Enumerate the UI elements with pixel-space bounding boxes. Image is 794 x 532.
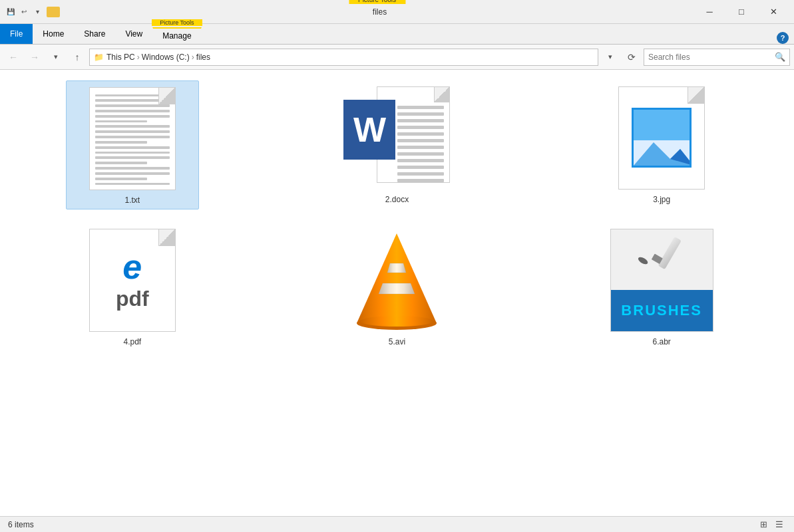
docx-line [397,172,444,176]
txt-icon-shape [89,87,176,190]
path-sep-2: › [192,53,194,62]
docx-line [397,152,444,156]
jpg-thumbnail [632,108,692,168]
docx-icon-shape: W [343,86,450,190]
maximize-button[interactable]: □ [726,0,757,24]
svg-marker-4 [387,263,406,273]
file-item-abr[interactable]: BRUSHES 6.abr [595,223,728,350]
txt-line [95,130,170,133]
file-label-txt: 1.txt [124,196,140,205]
docx-line [397,166,444,169]
tab-manage[interactable]: Manage [152,27,201,44]
window-title: files [373,7,387,17]
files-grid: 1.txt [13,80,781,350]
view-icons: ⊞ ☰ [757,518,786,531]
close-button[interactable]: ✕ [758,0,789,24]
dropdown-path-button[interactable]: ▾ [601,48,620,66]
svg-marker-3 [379,283,415,294]
vlc-cone-svg [350,230,443,330]
quick-access-icon: 💾 [5,7,16,17]
search-input[interactable] [648,53,772,62]
details-view-button[interactable]: ☰ [773,518,786,531]
jpg-mountain-svg [634,136,692,166]
tab-file[interactable]: File [0,24,33,44]
file-item-txt[interactable]: 1.txt [66,80,199,209]
svg-rect-9 [658,237,682,269]
docx-line [397,146,444,149]
file-icon-txt [79,85,186,192]
folder-icon [47,7,60,17]
file-label-pdf: 4.pdf [123,337,141,346]
path-this-pc: This PC [106,53,135,62]
file-label-docx: 2.docx [385,195,409,204]
txt-line [95,99,170,102]
ribbon-wrapper: File Home Share View Picture Tools Manag… [0,24,794,45]
path-windows-c: Windows (C:) [142,53,190,62]
forward-button[interactable]: → [25,48,44,66]
up-button[interactable]: ↑ [68,48,87,66]
path-sep-1: › [137,53,140,62]
txt-line [95,162,147,164]
svg-point-11 [637,256,649,266]
docx-line [397,106,444,109]
txt-line [95,136,170,138]
tab-home[interactable]: Home [33,24,74,44]
file-item-jpg[interactable]: 3.jpg [595,80,728,209]
file-icon-jpg [608,84,715,191]
docx-line [397,112,444,116]
content-area: 1.txt [0,70,794,516]
txt-line [95,167,170,170]
file-label-abr: 6.abr [652,337,670,346]
help-button[interactable]: ? [777,32,789,44]
svg-point-6 [360,316,433,327]
picture-tools-ribbon-label: Picture Tools [152,19,202,26]
back-button[interactable]: ← [4,48,23,66]
minimize-button[interactable]: ─ [694,0,725,24]
txt-line [95,115,170,118]
file-label-jpg: 3.jpg [653,195,670,204]
docx-line [397,126,444,129]
file-item-docx[interactable]: W 2.docx [330,80,463,209]
dropdown-icon: ▾ [32,7,43,17]
docx-line [397,119,444,122]
pdf-inner: e pdf [116,249,149,311]
txt-line [95,120,147,123]
large-icons-view-button[interactable]: ⊞ [757,518,770,531]
docx-lines [397,106,444,182]
file-icon-avi [343,227,450,333]
window-controls: ─ □ ✕ [694,0,789,24]
txt-line [95,94,170,97]
title-bar: 💾 ↩ ▾ Picture Tools files ─ □ ✕ [0,0,794,24]
undo-icon: ↩ [19,7,29,17]
jpg-icon-shape [618,86,705,190]
txt-line [95,146,170,149]
pdf-icon-shape: e pdf [89,229,176,332]
tab-share[interactable]: Share [74,24,115,44]
abr-icon-shape: BRUSHES [610,229,713,332]
word-badge: W [343,100,395,160]
abr-top [611,229,713,291]
folder-path-icon: 📁 [94,53,104,62]
paintbrush-svg [628,236,695,283]
picture-tools-label: Picture Tools [349,0,405,4]
file-icon-pdf: e pdf [79,227,186,333]
txt-line [95,152,170,154]
txt-line [95,110,170,112]
item-count: 6 items [8,520,34,529]
status-bar: 6 items ⊞ ☰ [0,516,794,532]
txt-line [95,156,170,159]
file-item-avi[interactable]: 5.avi [330,223,463,350]
edge-icon: e [122,249,142,284]
search-box[interactable]: 🔍 [644,49,790,66]
recent-locations-button[interactable]: ▾ [47,48,65,66]
docx-line [397,139,444,142]
docx-line [397,179,444,182]
txt-line [95,141,147,144]
txt-line [95,104,170,107]
refresh-button[interactable]: ⟳ [622,48,641,66]
title-bar-icons: 💾 ↩ ▾ [5,7,43,17]
tab-view[interactable]: View [115,24,152,44]
file-item-pdf[interactable]: e pdf 4.pdf [66,223,199,350]
address-path[interactable]: 📁 This PC › Windows (C:) › files [89,49,598,66]
txt-line [95,172,170,175]
